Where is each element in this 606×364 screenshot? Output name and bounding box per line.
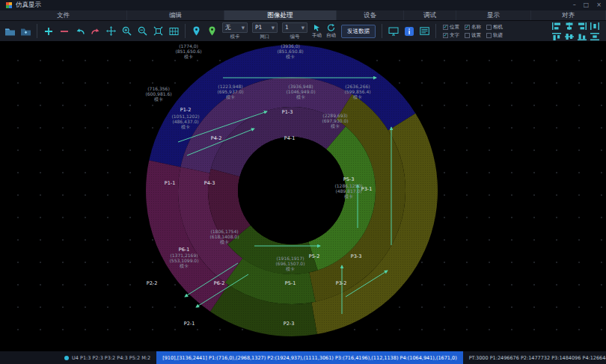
maximize-button[interactable]: □ [584, 2, 590, 8]
list-panel-button[interactable] [417, 23, 432, 40]
ribbon-tab-3[interactable]: 图像处理 [224, 10, 337, 20]
align-top-button[interactable] [551, 32, 562, 41]
info-icon [405, 27, 414, 36]
close-button[interactable]: × [596, 2, 602, 8]
zoom-out-icon [138, 26, 147, 36]
ring-screen-diagram [0, 41, 606, 351]
distribute-h-button[interactable] [589, 22, 600, 31]
chevron-down-icon: ▼ [242, 25, 245, 30]
toolbar-separator [37, 24, 37, 38]
ribbon-tab-5[interactable]: 调试 [404, 10, 456, 20]
main-toolbar: 无 ▼ 模卡 P1 ▼ 网口 1 ▼ 编号 手动 自动 [0, 21, 606, 42]
manual-hand-icon [313, 24, 321, 31]
module-combo-group: 无 ▼ 模卡 [222, 22, 248, 40]
ring-center-hole [238, 137, 346, 244]
title-bar: 仿真显示 – □ × [0, 0, 606, 10]
marker-pin-green-button[interactable] [205, 23, 219, 40]
align-right-icon [578, 22, 587, 30]
display-option-6[interactable]: 轨迹 [486, 32, 503, 39]
align-hcenter-button[interactable] [563, 22, 575, 31]
align-left-button[interactable] [551, 22, 562, 31]
module-select[interactable]: 无 ▼ [222, 22, 248, 33]
auto-cycle-icon [327, 24, 335, 31]
app-window: 仿真显示 – □ × 文件编辑图像处理设备调试显示对齐 [0, 0, 606, 364]
checkbox-checked-icon[interactable]: ✓ [443, 25, 448, 30]
display-option-1[interactable]: ✓位置 [443, 24, 459, 31]
move-tool-button[interactable] [104, 23, 118, 40]
display-option-label: 名称 [471, 24, 481, 31]
port-select[interactable]: P1 ▼ [252, 22, 278, 33]
info-button[interactable] [402, 23, 416, 40]
checkbox-checked-icon[interactable]: ✓ [443, 33, 448, 38]
manual-mode-button[interactable]: 手动 [312, 24, 322, 39]
marker-pin-button[interactable] [189, 23, 203, 40]
display-option-label: 设置 [471, 32, 481, 39]
folder-icon [20, 27, 31, 36]
status-left: U4 P1:3 P2:3 P3:2 P4:3 P5:2 M:2 [0, 355, 150, 361]
toolbar-separator [382, 24, 382, 38]
align-hcenter-icon [565, 22, 574, 30]
save-file-button[interactable] [19, 23, 33, 40]
status-left-text: U4 P1:3 P2:3 P3:2 P4:3 P5:2 M:2 [72, 355, 150, 361]
add-button[interactable] [41, 23, 55, 40]
ribbon-tab-1[interactable]: 文件 [0, 10, 127, 20]
align-vcenter-icon [565, 33, 574, 40]
chevron-down-icon: ▼ [272, 25, 275, 30]
cabinet-grid-button[interactable] [167, 23, 181, 40]
undo-arrow-icon [75, 27, 85, 36]
checkbox-checked-icon[interactable]: ✓ [465, 25, 470, 30]
remove-button[interactable] [57, 23, 71, 40]
undo-button[interactable] [73, 23, 87, 40]
monitor-button[interactable] [386, 23, 400, 40]
status-pixel-counts: PT:3000 P1:2496676 P2:1477732 P3:1484096… [463, 355, 606, 361]
plus-icon [44, 27, 53, 36]
port-select-value: P1 [255, 24, 262, 31]
layout-canvas[interactable]: (1774,0) (851,650.6) 模卡(3936,0) (851,650… [0, 41, 606, 351]
minus-icon [60, 27, 69, 36]
display-option-3[interactable]: 相机 [486, 24, 503, 31]
checkbox-icon[interactable] [486, 33, 492, 38]
checkbox-icon[interactable] [465, 33, 470, 38]
redo-arrow-icon [91, 27, 101, 36]
fit-view-icon [153, 26, 163, 36]
zoom-out-button[interactable] [135, 23, 150, 40]
align-right-button[interactable] [576, 22, 587, 31]
send-data-label: 发送数据 [347, 28, 370, 35]
align-bottom-button[interactable] [576, 32, 587, 41]
align-vcenter-button[interactable] [563, 32, 575, 41]
port-select-caption: 网口 [260, 34, 270, 40]
chevron-down-icon: ▼ [302, 25, 304, 30]
display-option-4[interactable]: ✓文字 [443, 32, 459, 39]
auto-mode-button[interactable]: 自动 [326, 24, 336, 39]
checkbox-icon[interactable] [486, 25, 492, 30]
display-option-2[interactable]: ✓名称 [465, 24, 481, 31]
display-option-label: 位置 [450, 24, 459, 31]
ribbon-tab-7[interactable]: 对齐 [531, 10, 606, 20]
distribute-v-button[interactable] [589, 32, 600, 41]
toolbar-separator [435, 24, 436, 38]
send-data-button[interactable]: 发送数据 [341, 25, 376, 38]
distribute-v-icon [590, 33, 599, 40]
toolbar-separator [185, 24, 186, 38]
app-logo-icon [6, 2, 9, 5]
align-left-icon [552, 22, 561, 30]
minimize-button[interactable]: – [573, 2, 576, 8]
zoom-in-button[interactable] [120, 23, 134, 40]
display-option-5[interactable]: 设置 [465, 32, 481, 39]
fit-view-button[interactable] [151, 23, 165, 40]
ribbon-tab-4[interactable]: 设备 [337, 10, 404, 20]
list-icon [420, 27, 429, 35]
align-top-icon [552, 33, 561, 40]
status-indicator-icon [64, 356, 69, 360]
alignment-tools-group [551, 22, 600, 41]
index-select[interactable]: 1 ▼ [282, 22, 307, 33]
ribbon-tab-6[interactable]: 显示 [456, 10, 531, 20]
display-option-label: 相机 [493, 24, 503, 31]
zoom-in-icon [122, 26, 132, 36]
redo-button[interactable] [88, 23, 102, 40]
ribbon-tab-2[interactable]: 编辑 [127, 10, 224, 20]
display-option-label: 文字 [450, 32, 459, 39]
open-file-button[interactable] [3, 23, 17, 40]
index-select-caption: 编号 [290, 34, 300, 40]
auto-mode-label: 自动 [326, 32, 336, 39]
